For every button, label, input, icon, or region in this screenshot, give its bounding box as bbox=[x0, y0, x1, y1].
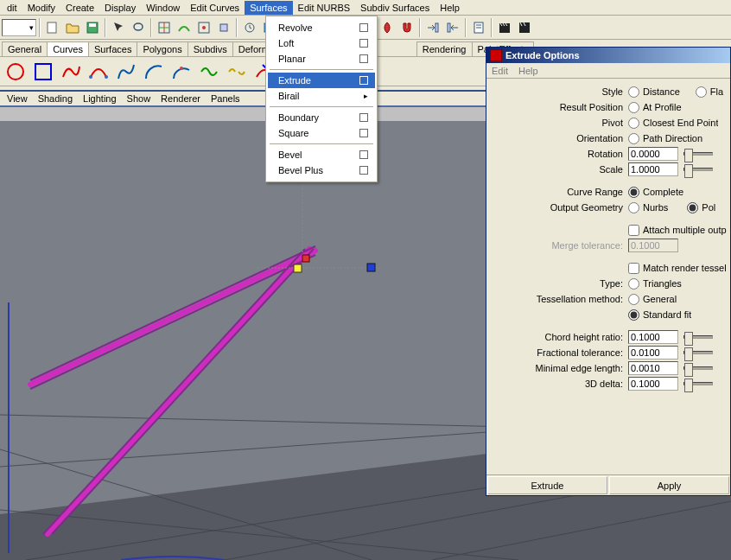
save-scene-icon[interactable] bbox=[83, 18, 102, 37]
radio-general[interactable] bbox=[628, 294, 639, 305]
out-icon[interactable] bbox=[443, 18, 462, 37]
radio-polygons[interactable] bbox=[687, 202, 698, 213]
input-chord-height-ratio[interactable] bbox=[628, 330, 678, 344]
shelf-tab-surfaces[interactable]: Surfaces bbox=[88, 41, 137, 56]
input-fractional-tolerance[interactable] bbox=[628, 346, 678, 360]
menu-window[interactable]: Window bbox=[141, 1, 185, 15]
option-box-icon[interactable] bbox=[359, 150, 368, 159]
isolate-icon[interactable] bbox=[378, 18, 397, 37]
menu-help[interactable]: Help bbox=[435, 1, 465, 15]
shelf-tab-polygons[interactable]: Polygons bbox=[137, 41, 188, 56]
options-menu-help[interactable]: Help bbox=[518, 66, 538, 76]
menu-edit-nurbs[interactable]: Edit NURBS bbox=[293, 1, 356, 15]
snap-curve-icon[interactable] bbox=[175, 18, 194, 37]
menu-modify[interactable]: Modify bbox=[22, 1, 60, 15]
menu-item-boundary[interactable]: Boundary bbox=[268, 110, 375, 125]
script-icon[interactable] bbox=[469, 18, 488, 37]
menu-item-bevel[interactable]: Bevel bbox=[268, 147, 375, 162]
radio-complete[interactable] bbox=[628, 187, 639, 198]
apply-button[interactable]: Apply bbox=[609, 476, 729, 494]
menu-subdiv-surfaces[interactable]: Subdiv Surfaces bbox=[355, 1, 435, 15]
options-titlebar[interactable]: Extrude Options bbox=[486, 48, 730, 63]
input-scale[interactable] bbox=[628, 162, 678, 176]
input-rotation[interactable] bbox=[628, 147, 678, 161]
slider-minimal-edge[interactable] bbox=[683, 366, 713, 370]
shelf-tab-rendering[interactable]: Rendering bbox=[416, 41, 473, 56]
radio-style-flat[interactable] bbox=[696, 86, 707, 98]
option-box-icon[interactable] bbox=[359, 113, 368, 122]
radio-path-direction[interactable] bbox=[628, 133, 639, 144]
snap-point-icon[interactable] bbox=[194, 18, 213, 37]
radio-closest-end-point[interactable] bbox=[628, 118, 639, 129]
svg-rect-9 bbox=[220, 24, 227, 31]
arc-icon[interactable] bbox=[142, 60, 166, 84]
arc3-icon[interactable] bbox=[169, 60, 194, 84]
shelf-tab-subdivs[interactable]: Subdivs bbox=[188, 41, 233, 56]
slider-rotation[interactable] bbox=[683, 152, 713, 156]
option-box-icon[interactable] bbox=[359, 23, 368, 32]
option-box-icon[interactable] bbox=[359, 76, 368, 85]
radio-style-distance[interactable] bbox=[628, 86, 639, 98]
panel-menu-renderer[interactable]: Renderer bbox=[156, 92, 206, 105]
slider-scale[interactable] bbox=[683, 168, 713, 171]
open-scene-icon[interactable] bbox=[63, 18, 82, 37]
menu-item-planar[interactable]: Planar bbox=[268, 51, 375, 67]
new-scene-icon[interactable] bbox=[43, 18, 62, 37]
panel-menu-panels[interactable]: Panels bbox=[206, 92, 245, 105]
menu-create[interactable]: Create bbox=[60, 1, 99, 15]
radio-nurbs[interactable] bbox=[628, 202, 639, 213]
option-box-icon[interactable] bbox=[359, 129, 368, 137]
option-box-icon[interactable] bbox=[359, 39, 368, 48]
ep-curve-icon[interactable] bbox=[59, 60, 83, 84]
manipulator-x-handle[interactable] bbox=[302, 255, 309, 262]
attach-curve-icon[interactable] bbox=[197, 60, 221, 84]
menu-item-loft[interactable]: Loft bbox=[268, 35, 375, 51]
detach-curve-icon[interactable] bbox=[225, 60, 249, 84]
menu-item-bevel-plus[interactable]: Bevel Plus bbox=[268, 162, 375, 178]
menu-item-revolve[interactable]: Revolve bbox=[268, 20, 375, 35]
extrude-button[interactable]: Extrude bbox=[487, 476, 607, 494]
menu-item-extrude[interactable]: Extrude bbox=[268, 73, 375, 88]
in-icon[interactable] bbox=[423, 18, 442, 37]
menu-item-birail[interactable]: Birail bbox=[268, 88, 375, 104]
snap-view-icon[interactable] bbox=[214, 18, 233, 37]
menu-item-square[interactable]: Square bbox=[268, 125, 375, 141]
select-tool-icon[interactable] bbox=[109, 18, 128, 37]
slider-chord-height[interactable] bbox=[683, 335, 713, 339]
square-curve-icon[interactable] bbox=[31, 60, 55, 84]
clapper-icon[interactable] bbox=[495, 18, 514, 37]
panel-menu-view[interactable]: View bbox=[2, 92, 33, 105]
mode-combo[interactable] bbox=[2, 19, 36, 36]
menu-edit-curves[interactable]: Edit Curves bbox=[185, 1, 245, 15]
menu-display[interactable]: Display bbox=[99, 1, 141, 15]
check-attach-multiple[interactable] bbox=[628, 225, 639, 236]
panel-menu-show[interactable]: Show bbox=[122, 92, 156, 105]
radio-triangles[interactable] bbox=[628, 278, 639, 290]
slider-3d-delta[interactable] bbox=[683, 382, 713, 385]
magnet-icon[interactable] bbox=[397, 18, 416, 37]
option-box-icon[interactable] bbox=[359, 166, 368, 175]
input-minimal-edge-length[interactable] bbox=[628, 361, 678, 375]
lasso-tool-icon[interactable] bbox=[129, 18, 148, 37]
check-match-render[interactable] bbox=[628, 263, 639, 274]
clapper2-icon[interactable] bbox=[515, 18, 534, 37]
panel-menu-lighting[interactable]: Lighting bbox=[78, 92, 122, 105]
slider-fractional-tolerance[interactable] bbox=[683, 351, 713, 354]
snap-grid-icon[interactable] bbox=[155, 18, 174, 37]
menu-surfaces[interactable]: Surfaces bbox=[245, 1, 292, 15]
input-3d-delta[interactable] bbox=[628, 377, 678, 391]
radio-standard-fit[interactable] bbox=[628, 309, 639, 321]
manipulator-z-handle[interactable] bbox=[367, 264, 375, 271]
cv-curve-icon[interactable] bbox=[86, 60, 111, 84]
history-icon[interactable] bbox=[240, 18, 259, 37]
option-box-icon[interactable] bbox=[359, 54, 368, 63]
manipulator-origin[interactable] bbox=[294, 264, 302, 272]
circle-curve-icon[interactable] bbox=[3, 60, 28, 84]
pencil-curve-icon[interactable] bbox=[114, 60, 138, 84]
radio-at-profile[interactable] bbox=[628, 102, 639, 113]
menu-edit[interactable]: dit bbox=[2, 1, 22, 15]
shelf-tab-general[interactable]: General bbox=[2, 41, 48, 56]
shelf-tab-curves[interactable]: Curves bbox=[47, 41, 89, 56]
options-menu-edit[interactable]: Edit bbox=[492, 66, 508, 76]
panel-menu-shading[interactable]: Shading bbox=[33, 92, 78, 105]
